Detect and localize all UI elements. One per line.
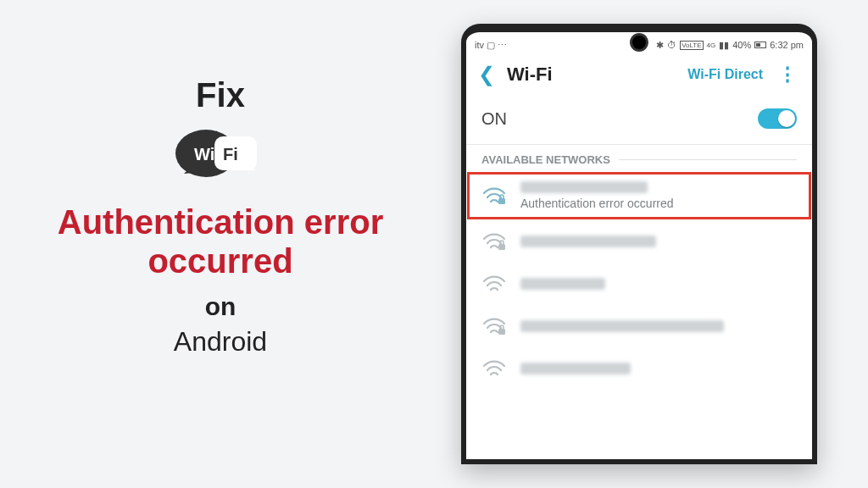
network-icon: 4G: [707, 42, 716, 49]
network-name-blurred: [520, 320, 724, 332]
alarm-icon: ⏱: [667, 40, 676, 50]
wifi-toggle-switch[interactable]: [758, 108, 797, 129]
network-row[interactable]: [466, 263, 812, 305]
camera-notch: [632, 36, 646, 49]
wifi-icon: [481, 273, 507, 295]
headline-platform: Android: [51, 326, 390, 358]
promo-headline: Fix Wi Fi Authentication error occurred …: [51, 76, 390, 358]
wifi-toggle-row: ON: [466, 97, 812, 144]
network-name-blurred: [520, 363, 631, 374]
svg-rect-4: [498, 198, 505, 204]
network-row[interactable]: [466, 220, 812, 263]
wifi-secure-icon: [481, 315, 507, 337]
svg-rect-5: [498, 244, 505, 250]
wifi-logo-icon: Wi Fi: [174, 123, 267, 187]
network-name-blurred: [520, 236, 656, 247]
statusbar-left: itv ▢ ⋯: [475, 40, 507, 51]
wifi-secure-icon: [481, 185, 507, 207]
battery-icon: [754, 42, 766, 48]
battery-percent: 40%: [732, 40, 751, 50]
network-row-error[interactable]: Authentication error occurred: [466, 171, 812, 220]
wifi-header: ❮ Wi-Fi Wi-Fi Direct ⋮: [466, 54, 812, 97]
headline-error-2: occurred: [51, 241, 390, 280]
volte-icon: VoLTE: [680, 41, 703, 50]
clock-text: 6:32 pm: [770, 40, 804, 50]
signal-icon: ▮▮: [719, 40, 729, 51]
svg-text:Fi: Fi: [223, 145, 238, 164]
svg-rect-6: [498, 329, 505, 335]
page-title: Wi-Fi: [507, 64, 553, 86]
network-name-blurred: [520, 278, 605, 290]
network-row[interactable]: [466, 347, 812, 390]
network-row[interactable]: [466, 305, 812, 347]
wifi-direct-button[interactable]: Wi-Fi Direct: [687, 67, 763, 82]
available-networks-label: AVAILABLE NETWORKS: [466, 144, 812, 171]
wifi-secure-icon: [481, 230, 507, 252]
network-name-blurred: [520, 181, 648, 193]
headline-on: on: [51, 292, 390, 321]
phone-frame: itv ▢ ⋯ ✱ ⏱ VoLTE 4G ▮▮ 40% 6:32 pm ❮ Wi…: [461, 24, 817, 464]
wifi-icon: [481, 358, 507, 380]
network-status-text: Authentication error occurred: [520, 197, 674, 210]
back-icon[interactable]: ❮: [478, 63, 495, 86]
more-menu-icon[interactable]: ⋮: [775, 64, 800, 86]
headline-fix: Fix: [51, 76, 390, 114]
headline-error-1: Authentication error: [51, 202, 390, 241]
wifi-toggle-label: ON: [481, 109, 507, 129]
svg-text:Wi: Wi: [194, 145, 214, 164]
bluetooth-icon: ✱: [656, 40, 664, 51]
